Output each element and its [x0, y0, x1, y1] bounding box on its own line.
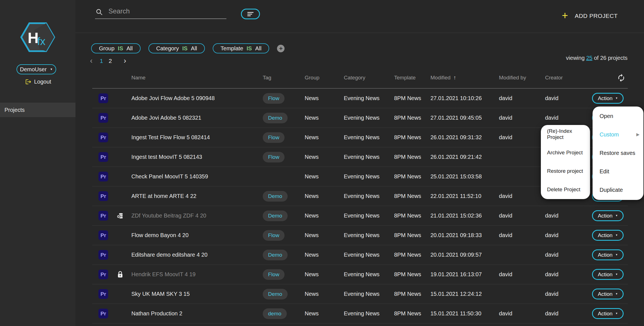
header-divider — [75, 33, 644, 33]
sidebar: H fx DemoUser ▼ Logout Projects — [0, 0, 75, 326]
group-cell: News — [305, 212, 344, 219]
table-row[interactable]: Pr Hendrik EFS MoovIT 4 19 Flow News Eve… — [92, 265, 628, 284]
tag-badge: Flow — [263, 132, 285, 143]
template-cell: 8PM News — [394, 134, 430, 141]
tag-badge: Demo — [263, 250, 288, 260]
sidebar-item-projects[interactable]: Projects — [0, 103, 75, 117]
table-row[interactable]: Pr ZDf Youtube Beitrag ZDF 4 20 Demo New… — [92, 206, 628, 226]
project-name: Adobe Jovi Adobe 5 082321 — [131, 115, 263, 121]
table-row[interactable]: Pr Nathan Production 2 demo News Evening… — [92, 304, 628, 323]
chevron-down-icon: ▼ — [615, 273, 618, 276]
modified-cell: 21.01.2021 15:02:36 — [430, 212, 499, 219]
col-header-template: Template — [394, 75, 430, 81]
page-button-1[interactable]: 1 — [99, 58, 104, 64]
action-button[interactable]: Action ▼ — [592, 93, 624, 104]
filter-chip-category[interactable]: Category IS All — [148, 43, 205, 53]
tag-badge: Demo — [263, 289, 288, 299]
submenu-item-archive-project[interactable]: Archive Project — [541, 143, 590, 162]
menu-item-custom[interactable]: Custom▶ — [593, 125, 643, 144]
template-cell: 8PM News — [394, 95, 430, 101]
submenu-item-delete-project[interactable]: Delete Project — [541, 180, 590, 199]
refresh-icon — [617, 74, 626, 82]
template-cell: 8PM News — [394, 291, 430, 297]
category-cell: Evening News — [344, 212, 394, 219]
creator-cell: david — [545, 232, 590, 238]
filter-chip-group[interactable]: Group IS All — [91, 43, 141, 53]
hexagon-logo-icon: H fx — [20, 22, 55, 53]
template-cell: 8PM News — [394, 252, 430, 258]
category-cell: Evening News — [344, 115, 394, 121]
group-cell: News — [305, 115, 344, 121]
action-button[interactable]: Action ▼ — [592, 249, 624, 260]
table-row[interactable]: Pr Flow demo Bayon 4 20 Flow News Evenin… — [92, 226, 628, 245]
modified-by-cell: david — [499, 115, 545, 121]
viewing-count-link[interactable]: 25 — [586, 55, 592, 61]
modified-cell: 27.01.2021 09:45:05 — [430, 115, 499, 121]
project-name: Editshare demo editshare 4 20 — [131, 252, 263, 258]
modified-by-cell: david — [499, 134, 545, 141]
modified-cell: 20.01.2021 09:09:57 — [430, 252, 499, 258]
menu-item-duplicate[interactable]: Duplicate — [593, 181, 643, 199]
add-project-button[interactable]: + ADD PROJECT — [562, 11, 618, 21]
viewing-summary: viewing 25 of 26 projects — [566, 55, 628, 61]
table-row[interactable]: Pr Sky UK MAM SKY 3 15 Demo News Evening… — [92, 284, 628, 304]
group-cell: News — [305, 134, 344, 141]
premiere-project-icon: Pr — [98, 250, 108, 260]
filter-sort-button[interactable] — [241, 9, 260, 19]
submenu-item-restore-project[interactable]: Restore project — [541, 162, 590, 180]
action-button[interactable]: Action ▼ — [592, 230, 624, 241]
action-button[interactable]: Action ▼ — [592, 289, 624, 299]
filter-chip-template[interactable]: Template IS All — [213, 43, 269, 53]
category-cell: Evening News — [344, 232, 394, 238]
lock-icon — [117, 271, 123, 278]
group-cell: News — [305, 291, 344, 297]
menu-item-edit[interactable]: Edit — [593, 162, 643, 181]
menu-item-restore-saves[interactable]: Restore saves — [593, 144, 643, 162]
archive-ingest-icon — [117, 212, 124, 219]
submenu-item--re-index-project[interactable]: (Re)-Index Project — [541, 125, 590, 143]
premiere-project-icon: Pr — [98, 172, 108, 181]
col-header-name: Name — [131, 75, 263, 81]
template-cell: 8PM News — [394, 271, 430, 278]
template-cell: 8PM News — [394, 115, 430, 121]
refresh-button[interactable] — [617, 74, 626, 83]
logout-button[interactable]: Logout — [25, 79, 51, 85]
premiere-project-icon: Pr — [98, 133, 108, 142]
modified-by-cell: david — [499, 212, 545, 219]
col-header-modified[interactable]: Modified ↑ — [430, 74, 499, 81]
page-prev-button[interactable]: ‹ — [89, 57, 94, 65]
plus-icon: + — [562, 10, 568, 21]
group-cell: News — [305, 173, 344, 180]
category-cell: Evening News — [344, 134, 394, 141]
table-row[interactable]: Pr Adobe Jovi Flow Adobe 5 090948 Flow N… — [92, 89, 628, 108]
premiere-project-icon: Pr — [98, 230, 108, 240]
search-input[interactable] — [95, 6, 226, 19]
template-cell: 8PM News — [394, 232, 430, 238]
premiere-project-icon: Pr — [98, 211, 108, 221]
template-cell: 8PM News — [394, 310, 430, 317]
category-cell: Evening News — [344, 95, 394, 101]
category-cell: Evening News — [344, 291, 394, 297]
search-icon — [96, 8, 103, 16]
modified-by-cell: david — [499, 193, 545, 199]
group-cell: News — [305, 310, 344, 317]
modified-by-cell: david — [499, 271, 545, 278]
tag-badge: Flow — [263, 269, 285, 280]
action-button[interactable]: Action ▼ — [592, 269, 624, 280]
tag-badge: Flow — [263, 230, 285, 241]
page-button-2[interactable]: 2 — [108, 58, 113, 64]
project-name: Sky UK MAM SKY 3 15 — [131, 291, 263, 297]
page-next-button[interactable]: › — [122, 57, 127, 65]
menu-item-open[interactable]: Open — [593, 107, 643, 125]
user-menu-button[interactable]: DemoUser ▼ — [16, 64, 56, 74]
tag-badge: Demo — [263, 191, 288, 202]
category-cell: Evening News — [344, 310, 394, 317]
action-button[interactable]: Action ▼ — [592, 210, 624, 221]
add-filter-button[interactable]: + — [277, 45, 285, 52]
svg-text:fx: fx — [37, 36, 46, 47]
filter-chips-row: Group IS All Category IS All Template IS… — [91, 43, 285, 53]
action-button[interactable]: Action ▼ — [592, 308, 624, 319]
sort-lines-icon — [247, 12, 254, 13]
table-row[interactable]: Pr Editshare demo editshare 4 20 Demo Ne… — [92, 245, 628, 265]
submenu-arrow-icon: ▶ — [636, 132, 640, 137]
